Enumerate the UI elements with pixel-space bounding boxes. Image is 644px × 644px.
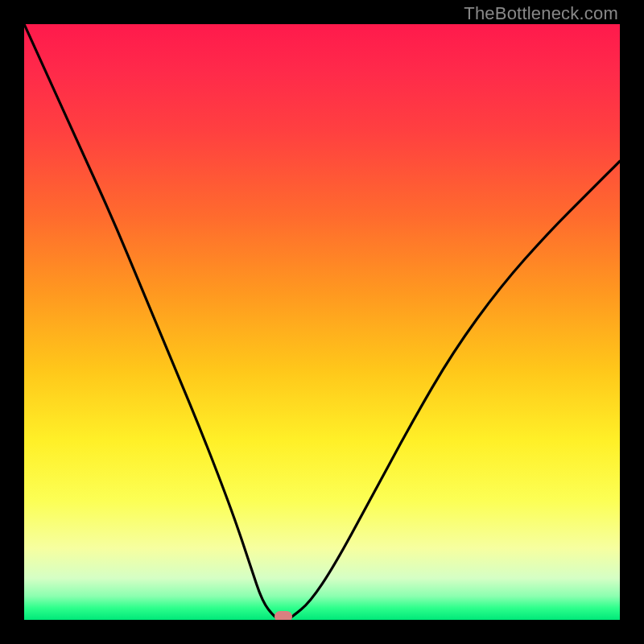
watermark-text: TheBottleneck.com xyxy=(464,3,618,24)
chart-frame: TheBottleneck.com xyxy=(0,0,644,644)
bottleneck-curve xyxy=(24,24,620,620)
plot-area xyxy=(24,24,620,620)
optimal-marker xyxy=(275,611,292,620)
